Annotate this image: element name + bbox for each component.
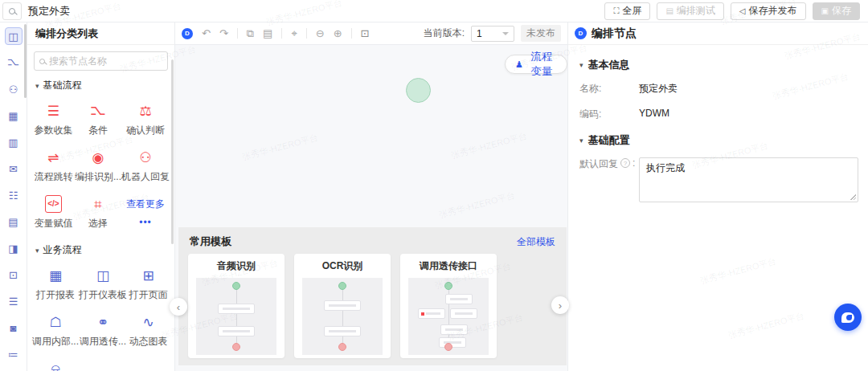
mail-icon: ✉ [9,164,18,174]
rail-item-dashboard[interactable]: ▥ [5,133,23,151]
flow-icon: ☷ [9,190,18,201]
section-basic-info[interactable]: ▾ 基本信息 [579,58,858,72]
robot-screen-icon: ◫ [8,31,18,42]
carousel-left-button[interactable]: ‹ [170,298,187,316]
carousel-right-button[interactable]: › [551,296,569,314]
palette-item-flow-jump[interactable]: ⇌ 流程跳转 [32,142,75,189]
fullscreen-button[interactable]: ⛶ 全屏 [604,2,650,20]
version-select[interactable]: 1 [471,26,514,42]
flow-canvas: D ↶ ↷ ⧉ ▤ ⌖ ⊖ ⊕ ⊡ 当前版本: 1 未发布 [175,22,567,371]
sliders-icon: ☰ [47,102,59,120]
rail-item-report[interactable]: ▦ [5,107,23,124]
palette-item-orchestration-recognize[interactable]: ◉ 编排识别... [75,142,121,189]
dashboard-icon: ◫ [96,267,109,284]
template-card-audio[interactable]: 音频识别 [188,254,285,358]
palette-item-confirm-judge[interactable]: ⚖ 确认判断 [121,96,170,142]
rail-item-folder[interactable]: ▤ [5,213,23,230]
code-icon: </> [45,195,61,213]
chat-assistant-button[interactable] [834,304,862,331]
mini-flow-preview [196,278,276,355]
inspector-title: 编排节点 [592,26,637,41]
node-search-input[interactable] [49,55,162,67]
robot-icon: ⚇ [139,149,151,166]
zoom-in-icon[interactable]: ⊕ [334,28,342,39]
save-button[interactable]: ▣ 保存 [813,2,860,20]
mini-flow-node [445,294,473,304]
dashboard-window-icon: ▥ [8,137,18,148]
view-more-link[interactable]: 查看更多 [126,199,165,209]
rail-item-robot-studio[interactable]: ◫ [5,27,23,45]
start-node[interactable] [406,78,431,103]
sitemap-icon: ⌥ [7,58,19,68]
palette-item-select[interactable]: ⌗ 选择 [75,189,121,235]
group-business-flow[interactable]: ▾ 业务流程 [35,243,174,257]
group-basic-flow[interactable]: ▾ 基础流程 [35,79,174,92]
global-search-button[interactable] [2,2,22,20]
copy-icon[interactable]: ⧉ [247,28,254,39]
palette-item-open-page[interactable]: ⊞ 打开页面 [127,260,170,307]
palette-item-dynamic-chart[interactable]: ∿ 动态图表 [127,307,170,353]
palette-item-param-collect[interactable]: ☰ 参数收集 [32,96,75,142]
paste-icon[interactable]: ▤ [263,28,272,39]
rail-item-image[interactable]: ◙ [5,319,23,336]
business-flow-grid: ▦ 打开报表 ◫ 打开仪表板 ⊞ 打开页面 ☖ 调用内部... ⚭ 调用透传..… [27,260,174,371]
new-window-icon[interactable]: ⊡ [361,28,370,39]
template-card-ocr[interactable]: OCR识别 [294,254,391,358]
caret-down-icon: ▾ [579,61,583,69]
rail-item-chat[interactable]: ⊡ [5,266,23,283]
divider [351,28,352,39]
section-basic-config[interactable]: ▾ 基础配置 [579,133,858,148]
guide-badge: D [182,28,193,39]
icon-rail: ◫ ⌥ ⚇ ▦ ▥ ✉ ☷ ▤ ◨ ⊡ ☰ ◙ ≔ [0,22,27,371]
canvas-body[interactable]: ♟ 流程变量 常用模板 全部模板 音频识别 [175,45,567,371]
rail-item-card[interactable]: ◨ [5,239,23,257]
palette-item-robot-reply[interactable]: ⚇ 机器人回复 [121,142,170,189]
mini-end-node [232,343,240,351]
rail-item-menu[interactable]: ≔ [5,345,23,363]
field-name: 名称: 预定外卖 [579,82,858,96]
node-search-box[interactable] [34,51,168,71]
help-icon[interactable]: ? [620,158,630,168]
clipboard-icon: ▤ [665,6,673,15]
mini-flow-node [440,324,468,335]
flow-variables-button[interactable]: ♟ 流程变量 [505,55,567,74]
save-icon: ▣ [821,6,829,15]
more-dots-icon: ••• [139,217,152,228]
rail-item-mail[interactable]: ✉ [5,160,23,177]
mini-flow-node [324,326,361,336]
rail-item-flow[interactable]: ☷ [5,186,23,204]
bell-icon: ⍾ [51,360,59,371]
palette-scrollbar[interactable] [171,59,174,244]
palette-item-call-passthrough[interactable]: ⚭ 调用透传... [79,307,127,353]
publish-icon: ◁ [739,6,746,15]
fit-view-icon[interactable]: ⌖ [291,28,297,39]
palette-item-call-internal[interactable]: ☖ 调用内部... [32,307,79,353]
palette-item-condition[interactable]: ⌥ 条件 [75,96,121,142]
palette-item-open-report[interactable]: ▦ 打开报表 [32,260,79,307]
chart-icon: ∿ [142,313,154,331]
selection-icon: ⌗ [94,195,102,213]
app-root: 预定外卖 ⛶ 全屏 ▤ 编排测试 ◁ 保存并发布 ▣ 保存 ◫ ⌥ ⚇ [0,0,868,371]
rail-item-robot[interactable]: ⚇ [5,80,23,98]
template-card-passthrough-api[interactable]: 调用透传接口 [400,254,497,358]
zoom-out-icon[interactable]: ⊖ [316,28,325,39]
rail-item-sitemap[interactable]: ⌥ [5,54,23,71]
basic-flow-grid: ☰ 参数收集 ⌥ 条件 ⚖ 确认判断 ⇌ 流程跳转 ◉ 编排识别... ⚇ 机器… [27,96,174,235]
report-icon: ▦ [49,267,62,284]
palette-item-open-dashboard[interactable]: ◫ 打开仪表板 [79,260,127,307]
orchestration-test-button[interactable]: ▤ 编排测试 [657,2,723,20]
undo-icon[interactable]: ↶ [202,28,211,39]
all-templates-link[interactable]: 全部模板 [517,235,555,249]
palette-item-message-notify[interactable]: ⍾ 消息通知 [32,353,79,371]
fullscreen-icon: ⛶ [613,6,619,16]
rail-scrollbar[interactable] [24,24,27,98]
palette-title: 编排分类列表 [27,22,174,45]
default-reply-textarea[interactable]: 执行完成 [639,157,858,202]
redo-icon[interactable]: ↷ [219,28,228,39]
search-icon [39,59,45,64]
rail-item-list[interactable]: ☰ [5,292,23,310]
save-publish-button[interactable]: ◁ 保存并发布 [731,2,806,20]
palette-item-view-more[interactable]: 查看更多 ••• [121,189,170,235]
mini-start-node [232,282,240,290]
palette-item-variable-assign[interactable]: </> 变量赋值 [32,189,75,235]
